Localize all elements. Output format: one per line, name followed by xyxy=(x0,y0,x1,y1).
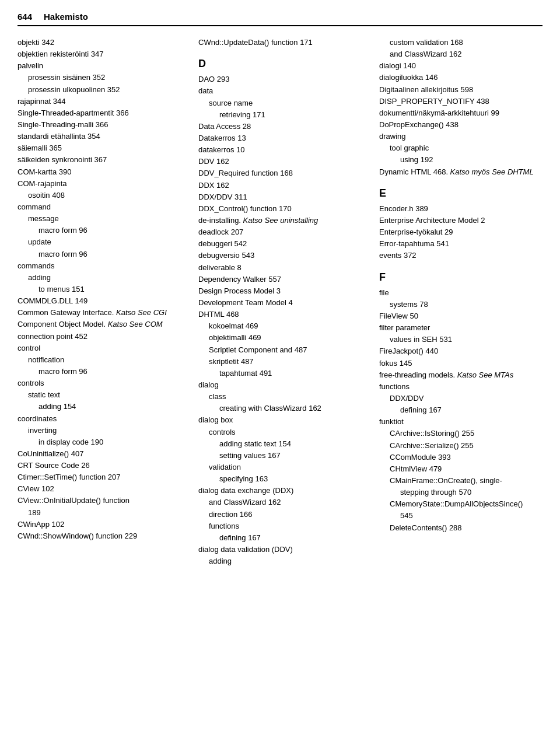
index-entry: DDV 162 xyxy=(198,156,362,167)
index-entry: CArchive::IsStoring() 255 xyxy=(379,428,542,439)
index-entry: Enterprise Architecture Model 2 xyxy=(379,215,542,226)
index-entry: DDX 162 xyxy=(198,180,362,191)
index-entry: DDX_Control() function 170 xyxy=(198,203,362,215)
index-entry: CRT Source Code 26 xyxy=(18,460,181,471)
index-entry: säikeiden synkronointi 367 xyxy=(18,154,181,166)
index-entry: static text xyxy=(18,389,181,401)
column-1: objekti 342objektien rekisteröinti 347pa… xyxy=(18,37,181,542)
index-entry: rajapinnat 344 xyxy=(18,96,181,107)
index-entry: DDX/DDV xyxy=(379,393,542,404)
index-entry: COMMDLG.DLL 149 xyxy=(18,295,181,307)
index-entry: Dynamic HTML 468. Katso myös See DHTML xyxy=(379,166,542,178)
index-entry: adding xyxy=(198,555,362,567)
index-entry: update xyxy=(18,236,181,248)
index-entry: 545 xyxy=(379,510,542,522)
index-entry: commands xyxy=(18,260,181,272)
column-3: custom validation 168and ClassWizard 162… xyxy=(379,37,542,534)
index-entry: functions xyxy=(198,520,362,532)
index-entry: funktiot xyxy=(379,416,542,428)
index-entry: CMemoryState::DumpAllObjectsSince() xyxy=(379,498,542,510)
index-entry: data xyxy=(198,85,362,97)
index-entry: DDX/DDV 311 xyxy=(198,191,362,203)
index-entry: DDV_Required function 168 xyxy=(198,167,362,179)
index-entry: Datakerros 13 xyxy=(198,132,362,144)
index-entry: in display code 190 xyxy=(18,436,181,448)
index-entry: Enterprise-työkalut 29 xyxy=(379,226,542,238)
index-entry: CWnd::ShowWindow() function 229 xyxy=(18,530,181,542)
index-entry: command xyxy=(18,201,181,213)
index-entry: dialog data validation (DDV) xyxy=(198,544,362,555)
index-entry: tool graphic xyxy=(379,142,542,154)
index-entry: debugversio 543 xyxy=(198,250,362,261)
index-entry: creating with ClassWizard 162 xyxy=(198,403,362,414)
index-entry: prosessin sisäinen 352 xyxy=(18,72,181,83)
index-entry: 189 xyxy=(18,507,181,519)
index-entry: filter parameter xyxy=(379,322,542,334)
index-entry: connection point 452 xyxy=(18,331,181,342)
index-entry: DISP_PROPERTY_NOTIFY 438 xyxy=(379,96,542,107)
index-entry: using 192 xyxy=(379,154,542,166)
index-entry: CHtmlView 479 xyxy=(379,463,542,475)
index-entry: deadlock 207 xyxy=(198,226,362,238)
index-entry: systems 78 xyxy=(379,299,542,310)
index-entry: palvelin xyxy=(18,60,181,72)
index-entry: de-installing. Katso See uninstalling xyxy=(198,215,362,226)
section-letter-F: F xyxy=(379,270,542,285)
index-entry: control xyxy=(18,342,181,354)
index-entry: objektien rekisteröinti 347 xyxy=(18,48,181,60)
index-entry: functions xyxy=(379,381,542,393)
index-entry: custom validation 168 xyxy=(379,37,542,48)
index-entry: class xyxy=(198,391,362,403)
index-entry: inverting xyxy=(18,425,181,436)
index-entry: retrieving 171 xyxy=(198,109,362,121)
index-entry: FireJackpot() 440 xyxy=(379,345,542,357)
index-entry: message xyxy=(18,213,181,225)
index-entry: CoUninitialize() 407 xyxy=(18,448,181,460)
index-entry: CArchive::Serialize() 255 xyxy=(379,440,542,452)
index-entry: source name xyxy=(198,97,362,109)
index-entry: dialogi 140 xyxy=(379,60,542,72)
index-entry: dialogiluokka 146 xyxy=(379,72,542,83)
page-number: 644 xyxy=(18,12,32,22)
index-entry: COM-rajapinta xyxy=(18,178,181,190)
section-letter-E: E xyxy=(379,186,542,201)
index-entry: CComModule 393 xyxy=(379,452,542,463)
index-entry: drawing xyxy=(379,131,542,142)
index-entry: file xyxy=(379,287,542,299)
section-letter-D: D xyxy=(198,57,362,71)
index-entry: macro form 96 xyxy=(18,225,181,236)
index-entry: Error-tapahtuma 541 xyxy=(379,238,542,250)
index-entry: skriptletit 487 xyxy=(198,356,362,368)
index-entry: DeleteContents() 288 xyxy=(379,522,542,534)
page-title: Hakemisto xyxy=(44,12,88,22)
index-entry: CView 102 xyxy=(18,483,181,495)
index-entry: dialog box xyxy=(198,414,362,426)
index-entry: FileView 50 xyxy=(379,310,542,322)
index-entry: CWinApp 102 xyxy=(18,519,181,530)
index-entry: Ctimer::SetTime() function 207 xyxy=(18,471,181,483)
index-entry: CMainFrame::OnCreate(), single- xyxy=(379,475,542,487)
index-entry: dialog xyxy=(198,379,362,391)
index-entry: COM-kartta 390 xyxy=(18,166,181,178)
index-entry: to menus 151 xyxy=(18,284,181,295)
index-entry: Data Access 28 xyxy=(198,121,362,132)
column-2: CWnd::UpdateData() function 171DDAO 293d… xyxy=(198,37,362,567)
index-entry: free-threading models. Katso See MTAs xyxy=(379,369,542,381)
index-entry: coordinates xyxy=(18,413,181,425)
index-entry: events 372 xyxy=(379,250,542,261)
index-entry: datakerros 10 xyxy=(198,144,362,156)
index-entry: tapahtumat 491 xyxy=(198,368,362,379)
index-entry: Dependency Walker 557 xyxy=(198,274,362,285)
index-entry: Digitaalinen allekirjoitus 598 xyxy=(379,84,542,96)
index-entry: objektimalli 469 xyxy=(198,332,362,344)
index-entry: debuggeri 542 xyxy=(198,238,362,250)
index-entry: defining 167 xyxy=(198,532,362,544)
index-entry: stepping through 570 xyxy=(379,487,542,498)
index-entry: adding static text 154 xyxy=(198,438,362,450)
index-entry: validation xyxy=(198,462,362,473)
index-entry: DAO 293 xyxy=(198,74,362,85)
index-entry: prosessin ulkopuolinen 352 xyxy=(18,84,181,96)
index-entry: adding xyxy=(18,272,181,284)
index-entry: dialog data exchange (DDX) xyxy=(198,485,362,497)
index-entry: Design Process Model 3 xyxy=(198,285,362,297)
